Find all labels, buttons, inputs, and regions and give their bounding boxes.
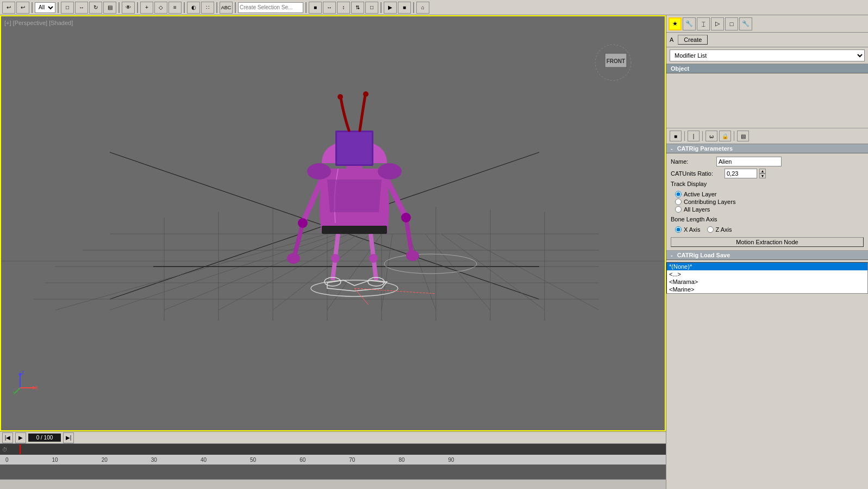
panel-icon-utilities[interactable]: 🔧: [739, 17, 752, 30]
mod-icon-2[interactable]: |: [688, 131, 700, 141]
toolbar-snap-btn[interactable]: +: [140, 2, 153, 14]
svg-text:Y: Y: [13, 391, 16, 396]
radio-active-layer-label: Active Layer: [684, 191, 717, 197]
radio-all-layers-label: All Layers: [684, 206, 710, 213]
radio-active-layer[interactable]: [675, 191, 682, 197]
modifier-list-select[interactable]: Modifier List: [670, 49, 865, 61]
toolbar-render-btn2[interactable]: ■: [398, 2, 411, 14]
bone-axis-label: Bone Length Axis: [671, 216, 717, 222]
spin-up[interactable]: ▲: [759, 169, 766, 174]
toolbar-separator-7: [235, 2, 236, 13]
radio-z-axis-row: Z Axis: [707, 226, 732, 233]
mod-separator-2: [702, 131, 703, 141]
catunits-label: CATUnits Ratio:: [671, 170, 722, 177]
ruler-0: 0: [5, 457, 9, 463]
bone-axis-section: Bone Length Axis X Axis Z Axis: [671, 216, 864, 234]
create-selection-input[interactable]: [238, 2, 303, 13]
panel-icon-hierarchy[interactable]: ⌶: [697, 17, 710, 30]
svg-text:FRONT: FRONT: [607, 58, 625, 64]
catrig-params-header[interactable]: - CATRig Parameters: [666, 144, 868, 153]
spin-down[interactable]: ▼: [759, 174, 766, 178]
radio-z-axis[interactable]: [707, 226, 714, 233]
toolbar-array-btn[interactable]: ∷: [201, 2, 214, 14]
toolbar-select-btn[interactable]: □: [61, 2, 74, 14]
svg-point-33: [369, 254, 378, 263]
motion-extraction-button[interactable]: Motion Extraction Node: [671, 237, 864, 247]
timeline-bar[interactable]: [20, 444, 664, 454]
ruler-50: 50: [250, 457, 256, 463]
panel-icon-create[interactable]: ★: [669, 17, 682, 30]
svg-point-44: [406, 250, 419, 261]
toolbar-extra-btn4[interactable]: ⇅: [351, 2, 364, 14]
catunits-input[interactable]: [725, 169, 757, 178]
create-section: A Create: [666, 33, 868, 47]
bone-axis-radios: X Axis Z Axis: [671, 226, 864, 234]
mod-icon-5[interactable]: ▤: [737, 131, 749, 141]
ruler-20: 20: [102, 457, 108, 463]
status-bar: [0, 479, 666, 489]
toolbar-separator-6: [216, 2, 217, 13]
toolbar-separator-1: [32, 2, 33, 13]
toolbar-btn-1[interactable]: ↩: [2, 2, 15, 14]
toolbar-scale-btn[interactable]: ▤: [103, 2, 116, 14]
axis-indicator: Z Y X: [12, 369, 39, 398]
create-button[interactable]: Create: [678, 35, 708, 45]
ruler-40: 40: [201, 457, 207, 463]
toolbar-move-btn[interactable]: ↔: [75, 2, 88, 14]
name-input[interactable]: [716, 157, 782, 166]
toolbar-separator-9: [380, 2, 382, 13]
timeline-play-btn[interactable]: ▶: [15, 432, 26, 443]
radio-contributing-label: Contributing Layers: [684, 199, 735, 205]
radio-x-axis-label: X Axis: [684, 226, 701, 233]
toolbar-abc-btn[interactable]: ABC: [220, 2, 233, 14]
toolbar-extra-btn5[interactable]: □: [365, 2, 378, 14]
svg-point-50: [307, 163, 331, 179]
object-section-content: [666, 73, 868, 128]
radio-all-layers[interactable]: [675, 206, 682, 213]
panel-icon-tabs: ★ 🔧 ⌶ ▷ □ 🔧: [666, 15, 868, 33]
panel-icon-display[interactable]: □: [725, 17, 738, 30]
toolbar-render-btn1[interactable]: ▶: [384, 2, 397, 14]
timeline-next-btn[interactable]: ▶|: [63, 432, 74, 443]
timeline-playhead[interactable]: [20, 444, 21, 454]
catunits-row: CATUnits Ratio: ▲ ▼: [671, 169, 864, 178]
viewport[interactable]: [+] [Perspective] [Shaded]: [0, 15, 666, 431]
svg-text:X: X: [35, 385, 38, 391]
mod-icon-3[interactable]: ⍵: [705, 131, 717, 141]
load-save-list[interactable]: *(None)* <...> <Marama> <Marine>: [666, 262, 868, 294]
catrig-loadsave-header[interactable]: - CATRig Load Save: [666, 251, 868, 260]
ruler-60: 60: [299, 457, 305, 463]
loadsave-collapse-icon: -: [671, 252, 673, 258]
svg-point-49: [363, 91, 369, 97]
toolbar-misc-btn1[interactable]: ⌂: [416, 2, 429, 14]
panel-label: A: [670, 36, 673, 43]
navigation-cube[interactable]: FRONT: [594, 44, 632, 82]
svg-line-39: [295, 223, 303, 256]
radio-x-axis[interactable]: [675, 226, 682, 233]
radio-contributing-layers[interactable]: [675, 199, 682, 205]
track-display-section: Track Display Active Layer Contributing …: [671, 181, 864, 213]
panel-icon-modify[interactable]: 🔧: [683, 17, 696, 30]
list-item-none[interactable]: *(None)*: [667, 263, 867, 270]
toolbar-snap2-btn[interactable]: ◇: [154, 2, 167, 14]
toolbar-align-btn[interactable]: ≡: [168, 2, 182, 14]
list-item-ellipsis[interactable]: <...>: [667, 270, 867, 278]
toolbar-view-btn[interactable]: 👁: [122, 2, 135, 14]
toolbar-extra-btn1[interactable]: ■: [309, 2, 322, 14]
panel-icon-motion[interactable]: ▷: [711, 17, 724, 30]
toolbar-extra-btn2[interactable]: ↔: [323, 2, 336, 14]
list-item-marine[interactable]: <Marine>: [667, 286, 867, 293]
timeline-prev-btn[interactable]: |◀: [2, 432, 13, 443]
svg-line-52: [354, 288, 436, 294]
svg-point-43: [287, 253, 300, 264]
toolbar-extra-btn3[interactable]: ↕: [337, 2, 350, 14]
toolbar-btn-2[interactable]: ↩: [16, 2, 29, 14]
select-filter[interactable]: All: [35, 2, 55, 13]
toolbar-rotate-btn[interactable]: ↻: [89, 2, 102, 14]
list-item-marama[interactable]: <Marama>: [667, 278, 867, 286]
bone-axis-label-row: Bone Length Axis: [671, 216, 864, 224]
toolbar-mirror-btn[interactable]: ◐: [187, 2, 200, 14]
mod-icon-1[interactable]: ■: [670, 131, 682, 141]
svg-line-40: [406, 218, 411, 253]
mod-icon-4[interactable]: 🔒: [719, 131, 731, 141]
